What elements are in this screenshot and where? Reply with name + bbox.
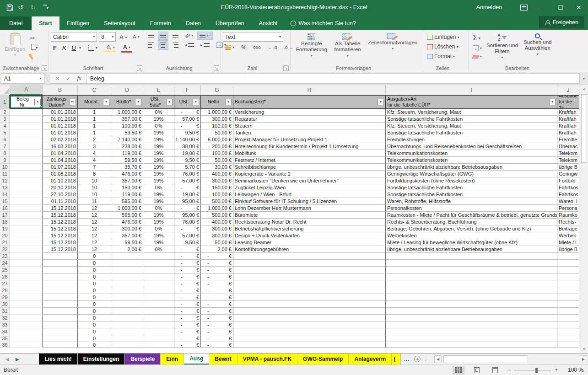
row-header-26[interactable]: 26 (0, 273, 10, 280)
cell-ust-satz[interactable]: 0% (143, 225, 174, 232)
cell[interactable] (10, 129, 43, 136)
cell-ust[interactable]: 76,00 € (174, 219, 201, 225)
cell-monat[interactable]: 1 (78, 123, 111, 129)
cell-ust-satz[interactable]: 0% (143, 123, 174, 129)
cell-ausgaben-art-2[interactable]: Persona (557, 205, 579, 212)
cell-netto[interactable]: 150,00 € (201, 184, 233, 191)
cell[interactable] (386, 335, 557, 342)
cell-ust[interactable]: 38,00 € (174, 143, 201, 150)
row-header-6[interactable]: 6 (0, 136, 10, 143)
cell-ust[interactable]: -€ (174, 301, 201, 308)
sheet-tab-bewirt[interactable]: Bewirt (209, 354, 237, 364)
sheet-tab-einn[interactable]: Einn (161, 354, 184, 364)
cell-ust-satz[interactable]: 0% (143, 184, 174, 191)
underline-button[interactable]: U (70, 44, 78, 52)
cell-ust-satz[interactable]: 19% (143, 171, 174, 177)
cell[interactable] (143, 287, 174, 294)
row-header-21[interactable]: 21 (0, 239, 10, 246)
cell-netto[interactable]: -€ (201, 287, 233, 294)
cell[interactable] (10, 294, 43, 301)
cell-netto[interactable]: 100,00 € (201, 123, 233, 129)
increase-decimal-button[interactable]: ←,0 (266, 44, 279, 51)
cell-ust-satz[interactable]: 0% (143, 205, 174, 212)
cell-netto[interactable]: -€ (201, 315, 233, 321)
cell-netto[interactable]: -€ (201, 342, 233, 348)
row-header-19[interactable]: 19 (0, 225, 10, 232)
cell[interactable] (10, 321, 43, 328)
header-cell-J1[interactable]: Ausgabefür die Ta (557, 95, 579, 109)
cell-ust[interactable]: -€ (174, 315, 201, 321)
row-header-22[interactable]: 22 (0, 246, 10, 253)
maximize-button[interactable]: ☐ (551, 0, 570, 15)
row-header-9[interactable]: 9 (0, 157, 10, 164)
cell-ust[interactable]: -€ (174, 342, 201, 348)
scroll-down-icon[interactable]: ▼ (580, 345, 588, 353)
format-as-table-button[interactable]: Als Tabelle formatieren ▾ (332, 32, 364, 59)
cell-brutto[interactable]: 357,00 € (111, 177, 143, 184)
name-box-dropdown-icon[interactable]: ▾ (40, 76, 42, 80)
row-header-13[interactable]: 13 (0, 184, 10, 191)
cell-buchungstext[interactable]: Leasing Beamer (233, 239, 386, 246)
cell-monat[interactable]: 1 (78, 109, 111, 116)
cell-ausgaben-art-2[interactable]: Fahrtkos (557, 191, 579, 198)
row-header-30[interactable]: 30 (0, 301, 10, 308)
column-header-G[interactable]: G (201, 85, 233, 95)
tab-daten[interactable]: Daten (178, 16, 208, 30)
borders-button[interactable]: ▾ (86, 44, 99, 52)
cell[interactable] (386, 321, 557, 328)
insert-function-icon[interactable]: fx (74, 75, 84, 82)
cell[interactable] (43, 328, 78, 335)
cell[interactable] (557, 308, 579, 315)
cell-ausgaben-art-2[interactable]: Waren, I (557, 198, 579, 205)
cell-ust-satz[interactable]: 19% (143, 219, 174, 225)
cell[interactable] (233, 253, 386, 260)
row-header-15[interactable]: 15 (0, 198, 10, 205)
cell-monat[interactable]: 0 (78, 267, 111, 273)
cell-ausgaben-art[interactable]: Werbekosten (386, 232, 557, 239)
cell[interactable] (43, 315, 78, 321)
header-cell-G1[interactable]: Netto▾ (201, 95, 233, 109)
cell-monat[interactable]: 12 (78, 212, 111, 219)
cell-ust[interactable]: -€ (174, 109, 201, 116)
select-all-button[interactable] (0, 85, 10, 95)
cell-buchungstext[interactable]: Mobilfunk (233, 150, 386, 157)
cell-netto[interactable]: 2,00 € (201, 246, 233, 253)
column-header-B[interactable]: B (43, 85, 78, 95)
cell-ausgaben-art[interactable]: Sonstige tatsächliche Fahrtkosten (386, 191, 557, 198)
cell-brutto[interactable]: 35,70 € (111, 164, 143, 171)
number-dialog-launcher[interactable]: ↘ (283, 65, 289, 71)
cell[interactable] (233, 342, 386, 348)
cell-netto[interactable]: 300,00 € (201, 225, 233, 232)
format-painter-button[interactable] (28, 53, 39, 61)
cell-monat[interactable]: 8 (78, 171, 111, 177)
filter-dropdown-icon[interactable]: ▾ (378, 99, 384, 105)
column-header-D[interactable]: D (111, 85, 143, 95)
cell[interactable] (233, 308, 386, 315)
font-dialog-launcher[interactable]: ↘ (137, 65, 142, 71)
fill-color-button[interactable]: ▾ (104, 44, 117, 52)
row-header-10[interactable]: 10 (0, 164, 10, 171)
cell-buchungstext[interactable]: Tanken (233, 129, 386, 136)
cell[interactable] (10, 191, 43, 198)
cell-ust[interactable]: 57,00 € (174, 116, 201, 123)
horizontal-scroll-thumb[interactable] (443, 355, 528, 363)
cell-netto[interactable]: 50,00 € (201, 157, 233, 164)
cell-ust-satz[interactable]: 0% (143, 109, 174, 116)
cell-datum[interactable]: 15.12.2018 (43, 205, 78, 212)
cell-brutto[interactable]: 119,00 € (111, 150, 143, 157)
filter-dropdown-icon[interactable]: ▾ (135, 99, 141, 105)
cell[interactable] (143, 301, 174, 308)
cell[interactable] (233, 335, 386, 342)
cell-buchungstext[interactable]: Festnetz / Internet (233, 157, 386, 164)
percent-style-button[interactable]: % (239, 43, 248, 52)
paste-dropdown-icon[interactable]: ▾ (14, 53, 16, 57)
cell-ausgaben-art[interactable]: Kfz: Steuern, Versicherung, Maut (386, 123, 557, 129)
cell[interactable] (386, 308, 557, 315)
cell-datum[interactable]: 15.12.2018 (43, 212, 78, 219)
cell[interactable] (43, 294, 78, 301)
cell-brutto[interactable]: 476,00 € (111, 219, 143, 225)
cell-monat[interactable]: 10 (78, 191, 111, 198)
cell-ausgaben-art[interactable]: Fremdleistungen (386, 136, 557, 143)
cell-ust-satz[interactable]: 19% (143, 129, 174, 136)
cell[interactable] (43, 260, 78, 267)
